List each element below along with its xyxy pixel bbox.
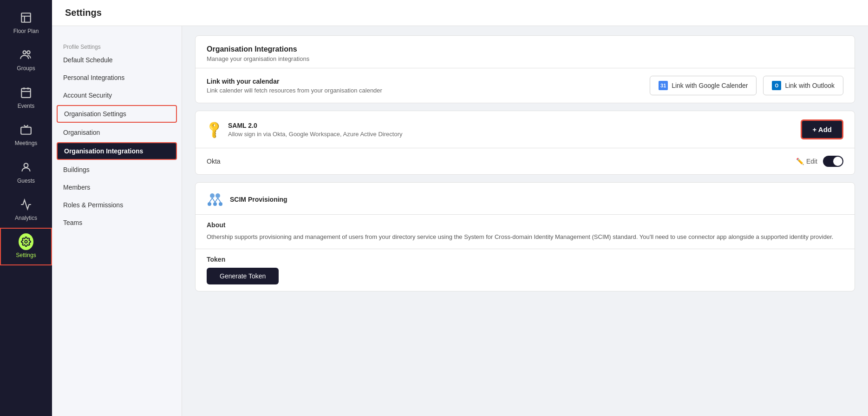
sidebar-item-meetings[interactable]: Meetings: [0, 116, 52, 153]
sidebar-label-meetings: Meetings: [15, 140, 38, 146]
nav-item-org-settings[interactable]: Organisation Settings: [57, 105, 177, 123]
card-org-integrations-header: Organisation Integrations Manage your or…: [196, 36, 855, 68]
saml-section: 🔑 SAML 2.0 Allow sign in via Okta, Googl…: [196, 111, 855, 148]
scim-about-title: About: [207, 221, 843, 229]
google-icon: 31: [659, 81, 668, 90]
okta-right: ✏️ Edit: [796, 156, 843, 167]
sidebar-item-analytics[interactable]: Analytics: [0, 191, 52, 228]
scim-about-text: Othership supports provisioning and mana…: [207, 232, 843, 242]
svg-point-8: [24, 163, 28, 167]
cal-left: Link with your calendar Link calender wi…: [207, 78, 382, 94]
nav-item-default-schedule[interactable]: Default Schedule: [52, 51, 182, 69]
sidebar-label-groups: Groups: [17, 65, 35, 72]
groups-icon: [19, 47, 33, 62]
saml-text: SAML 2.0 Allow sign in via Okta, Google …: [228, 122, 402, 138]
scim-title: SCIM Provisioning: [230, 196, 287, 203]
cal-buttons: 31 Link with Google Calender O Link with…: [650, 76, 843, 95]
okta-toggle[interactable]: [823, 156, 843, 167]
svg-point-1: [23, 51, 26, 54]
card-org-integrations: Organisation Integrations Manage your or…: [195, 35, 855, 103]
calendar-link-section: Link with your calendar Link calender wi…: [196, 68, 855, 103]
svg-point-12: [208, 202, 211, 206]
google-btn-label: Link with Google Calender: [672, 82, 748, 89]
svg-point-2: [27, 51, 30, 54]
sidebar-label-guests: Guests: [17, 178, 35, 184]
edit-okta-button[interactable]: ✏️ Edit: [796, 158, 817, 165]
sidebar-label-events: Events: [18, 103, 35, 109]
svg-line-16: [212, 198, 215, 202]
svg-line-15: [209, 198, 212, 202]
page-header: Settings: [52, 0, 868, 26]
right-panel: Organisation Integrations Manage your or…: [182, 26, 868, 416]
profile-settings-label: Profile Settings: [52, 35, 182, 51]
svg-rect-0: [21, 13, 31, 22]
svg-rect-7: [21, 127, 31, 134]
sidebar-item-guests[interactable]: Guests: [0, 153, 52, 191]
outlook-btn-label: Link with Outlook: [785, 82, 835, 89]
card-title: Organisation Integrations: [207, 45, 843, 53]
edit-label: Edit: [806, 158, 817, 165]
link-google-calendar-button[interactable]: 31 Link with Google Calender: [650, 76, 757, 95]
toggle-knob: [833, 157, 842, 166]
left-nav: Profile Settings Default Schedule Person…: [52, 26, 182, 416]
svg-point-14: [219, 202, 222, 206]
floor-plan-icon: [19, 10, 33, 25]
nav-item-teams[interactable]: Teams: [52, 214, 182, 231]
add-saml-button[interactable]: + Add: [801, 119, 843, 139]
settings-icon: [19, 234, 33, 249]
scim-icon: [207, 191, 223, 208]
card-saml: 🔑 SAML 2.0 Allow sign in via Okta, Googl…: [195, 111, 855, 175]
page-title: Settings: [65, 7, 102, 18]
nav-item-organisation[interactable]: Organisation: [52, 124, 182, 141]
cal-section-sub: Link calender will fetch resources from …: [207, 87, 382, 94]
meetings-icon: [19, 122, 33, 137]
pencil-icon: ✏️: [796, 158, 804, 165]
svg-point-10: [210, 193, 215, 198]
generate-token-button[interactable]: Generate Token: [207, 268, 279, 284]
outlook-icon: O: [772, 81, 781, 90]
saml-subtitle: Allow sign in via Okta, Google Workspace…: [228, 131, 402, 138]
nav-item-buildings[interactable]: Buildings: [52, 161, 182, 178]
scim-token-title: Token: [207, 256, 843, 263]
link-outlook-button[interactable]: O Link with Outlook: [763, 76, 843, 95]
nav-item-members[interactable]: Members: [52, 178, 182, 196]
nav-item-roles-permissions[interactable]: Roles & Permissions: [52, 196, 182, 214]
svg-point-11: [215, 193, 220, 198]
sidebar-label-floor-plan: Floor Plan: [13, 28, 39, 34]
sidebar-item-settings[interactable]: Settings: [0, 228, 52, 265]
sidebar: Floor Plan Groups Events Meetings Guests…: [0, 0, 52, 416]
sidebar-label-settings: Settings: [16, 252, 36, 258]
saml-title: SAML 2.0: [228, 122, 402, 129]
key-icon: 🔑: [204, 119, 225, 140]
nav-item-account-security[interactable]: Account Security: [52, 86, 182, 104]
sidebar-label-analytics: Analytics: [15, 215, 37, 221]
sidebar-item-groups[interactable]: Groups: [0, 41, 52, 78]
scim-about: About Othership supports provisioning an…: [196, 214, 855, 249]
svg-rect-3: [21, 88, 31, 98]
guests-icon: [19, 160, 33, 175]
content-area: Profile Settings Default Schedule Person…: [52, 26, 868, 416]
scim-token-section: Token Generate Token: [196, 249, 855, 291]
nav-item-org-integrations[interactable]: Organisation Integrations: [57, 142, 177, 160]
nav-item-personal-integrations[interactable]: Personal Integrations: [52, 69, 182, 86]
saml-left: 🔑 SAML 2.0 Allow sign in via Okta, Googl…: [207, 122, 402, 138]
okta-row: Okta ✏️ Edit: [196, 148, 855, 174]
events-icon: [19, 85, 33, 100]
okta-label: Okta: [207, 158, 221, 165]
sidebar-item-floor-plan[interactable]: Floor Plan: [0, 4, 52, 41]
svg-line-18: [218, 198, 221, 202]
analytics-icon: [19, 197, 33, 212]
svg-line-17: [215, 198, 218, 202]
svg-point-9: [25, 241, 27, 244]
card-scim: SCIM Provisioning About Othership suppor…: [195, 182, 855, 291]
cal-section-title: Link with your calendar: [207, 78, 382, 85]
scim-header: SCIM Provisioning: [196, 183, 855, 208]
sidebar-item-events[interactable]: Events: [0, 79, 52, 116]
card-subtitle: Manage your organisation integrations: [207, 55, 843, 62]
svg-point-13: [213, 202, 217, 206]
main-wrapper: Settings Profile Settings Default Schedu…: [52, 0, 868, 416]
